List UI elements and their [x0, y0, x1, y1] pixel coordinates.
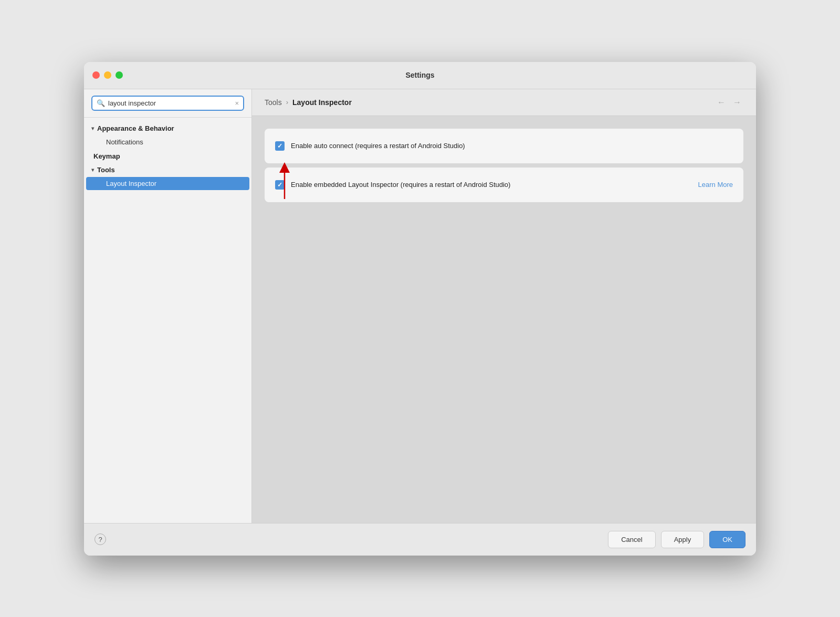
nav-tree: ▾ Appearance & Behavior Notifications Ke… [84, 118, 251, 523]
window-footer: ? Cancel Apply OK [84, 523, 756, 556]
chevron-icon: ▾ [91, 126, 94, 131]
window-title: Settings [405, 71, 434, 79]
ok-button[interactable]: OK [709, 531, 746, 548]
settings-card-embedded: ✓ Enable embedded Layout Inspector (requ… [265, 168, 743, 202]
content-header: Tools › Layout Inspector ← → [252, 89, 756, 116]
search-icon: 🔍 [97, 99, 105, 107]
sidebar-item-keymap[interactable]: Keymap [86, 150, 249, 163]
sidebar-item-label: Layout Inspector [106, 180, 156, 187]
breadcrumb: Tools › Layout Inspector [265, 98, 352, 107]
search-input[interactable] [108, 99, 232, 107]
setting-row-embedded: ✓ Enable embedded Layout Inspector (requ… [275, 176, 733, 194]
sidebar-item-label: Notifications [106, 138, 143, 146]
back-button[interactable]: ← [715, 97, 728, 108]
nav-arrows: ← → [715, 97, 743, 108]
setting-row-auto-connect: ✓ Enable auto connect (requires a restar… [275, 137, 733, 155]
nav-section-tools: ▾ Tools Layout Inspector [84, 163, 251, 190]
checkmark-icon: ✓ [277, 181, 282, 189]
breadcrumb-separator: › [286, 98, 288, 106]
settings-window: Settings 🔍 × ▾ Appearance & Behavior [84, 62, 756, 556]
main-content: Tools › Layout Inspector ← → ✓ [252, 89, 756, 523]
search-container: 🔍 × [84, 89, 251, 118]
titlebar: Settings [84, 62, 756, 89]
chevron-icon: ▾ [91, 167, 94, 173]
sidebar-section-label: Appearance & Behavior [97, 124, 174, 132]
search-box: 🔍 × [91, 96, 244, 111]
embedded-inspector-label: Enable embedded Layout Inspector (requir… [291, 181, 692, 189]
maximize-button[interactable] [116, 71, 123, 79]
sidebar: 🔍 × ▾ Appearance & Behavior Notification… [84, 89, 252, 523]
sidebar-item-label: Keymap [93, 152, 120, 160]
settings-card-auto-connect: ✓ Enable auto connect (requires a restar… [265, 129, 743, 163]
learn-more-link[interactable]: Learn More [698, 181, 733, 189]
auto-connect-checkbox[interactable]: ✓ [275, 141, 285, 151]
auto-connect-label: Enable auto connect (requires a restart … [291, 142, 733, 150]
embedded-inspector-checkbox[interactable]: ✓ [275, 180, 285, 190]
footer-left: ? [94, 534, 106, 545]
window-controls [92, 71, 123, 79]
cancel-button[interactable]: Cancel [608, 531, 655, 548]
minimize-button[interactable] [104, 71, 111, 79]
sidebar-item-notifications[interactable]: Notifications [86, 135, 249, 149]
help-button[interactable]: ? [94, 534, 106, 545]
sidebar-item-appearance-behavior[interactable]: ▾ Appearance & Behavior [86, 122, 249, 135]
breadcrumb-layout-inspector: Layout Inspector [292, 98, 352, 107]
search-clear-button[interactable]: × [235, 100, 239, 107]
checkmark-icon: ✓ [277, 142, 282, 150]
footer-right: Cancel Apply OK [608, 531, 746, 548]
apply-button[interactable]: Apply [661, 531, 705, 548]
sidebar-section-label: Tools [97, 166, 115, 174]
setting-card-wrapper: ✓ Enable embedded Layout Inspector (requ… [265, 168, 743, 202]
sidebar-item-layout-inspector[interactable]: Layout Inspector [86, 177, 249, 190]
nav-section-appearance-behavior: ▾ Appearance & Behavior Notifications [84, 122, 251, 149]
forward-button[interactable]: → [731, 97, 743, 108]
close-button[interactable] [92, 71, 100, 79]
window-body: 🔍 × ▾ Appearance & Behavior Notification… [84, 89, 756, 523]
sidebar-item-tools[interactable]: ▾ Tools [86, 163, 249, 176]
breadcrumb-tools: Tools [265, 98, 282, 107]
content-body: ✓ Enable auto connect (requires a restar… [252, 116, 756, 523]
